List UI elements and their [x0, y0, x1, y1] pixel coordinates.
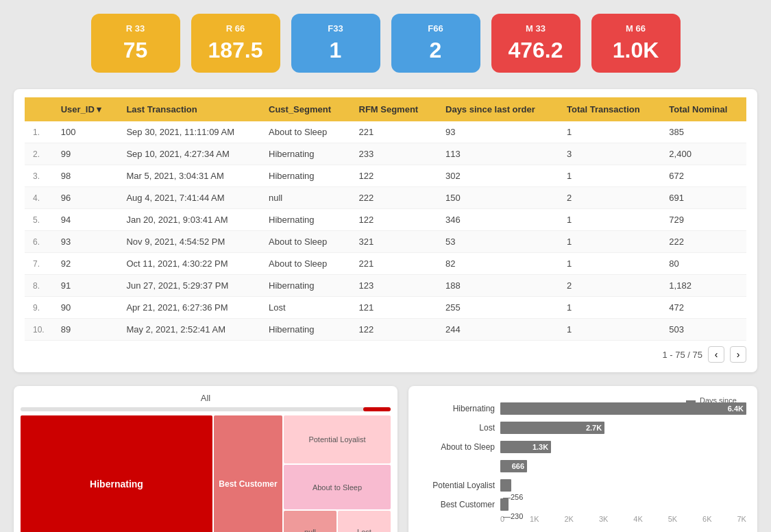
data-table-section: User_ID ▾ Last Transaction Cust_Segment … — [14, 89, 757, 372]
table-body: 1.100Sep 30, 2021, 11:11:09 AMAbout to S… — [25, 121, 746, 341]
table-row: 3.98Mar 5, 2021, 3:04:31 AMHibernating12… — [25, 165, 746, 187]
bar-label: Potential Loyalist — [419, 481, 495, 490]
table-row: 9.90Apr 21, 2021, 6:27:36 PMLost12125514… — [25, 297, 746, 319]
treemap-cell-about-to-sleep: About to Sleep — [284, 465, 391, 509]
metric-cards-section: R 33 75 R 66 187.5 F33 1 F66 2 M 33 476.… — [14, 14, 757, 73]
bar-label: Lost — [419, 423, 495, 433]
row-num: 1. — [25, 121, 53, 143]
bar-label: Best Customer — [419, 500, 495, 509]
table-row: 4.96Aug 4, 2021, 7:41:44 AMnull222150269… — [25, 187, 746, 209]
bar-fill: 1.3K — [500, 441, 551, 453]
treemap-far-section: Potential Loyalist About to Sleep null L… — [284, 415, 391, 532]
table-row: 8.91Jun 27, 2021, 5:29:37 PMHibernating1… — [25, 275, 746, 297]
treemap-visual: Hibernating Best Customer Potential Loya… — [21, 415, 391, 532]
row-num: 6. — [25, 231, 53, 253]
bar-track: 1.3K — [500, 441, 746, 453]
metric-m33-label: M 33 — [505, 23, 567, 34]
barchart-section: Days since last order Hibernating6.4KLos… — [408, 386, 757, 532]
treemap-cell-potential-loyalist: Potential Loyalist — [284, 415, 391, 463]
metric-r66: R 66 187.5 — [191, 14, 280, 73]
pagination: 1 - 75 / 75 ‹ › — [25, 341, 746, 364]
bar-track: —256 — [500, 479, 746, 492]
treemap-right-section: Best Customer Potential Loyalist About t… — [214, 415, 391, 532]
row-num: 9. — [25, 297, 53, 319]
treemap-cell-lost: Lost — [338, 511, 391, 532]
treemap-cell-null: null — [284, 511, 336, 532]
bar-fill: 6.4K — [500, 402, 746, 415]
metric-m33: M 33 476.2 — [491, 14, 580, 73]
treemap-cell-best-customer: Best Customer — [214, 415, 282, 532]
row-num: 8. — [25, 275, 53, 297]
bar-row: Lost2.7K — [419, 422, 746, 434]
col-total-nominal: Total Nominal — [661, 97, 746, 121]
row-num: 3. — [25, 165, 53, 187]
bar-track: 2.7K — [500, 422, 746, 434]
metric-f33-label: F33 — [305, 23, 367, 34]
metric-r66-value: 187.5 — [205, 38, 267, 63]
metric-m66: M 66 1.0K — [591, 14, 681, 73]
bar-label: About to Sleep — [419, 442, 495, 452]
next-page-button[interactable]: › — [730, 346, 746, 363]
bar-row: 666 — [419, 460, 746, 472]
treemap-scroll-thumb[interactable] — [363, 407, 391, 411]
metric-m33-value: 476.2 — [505, 38, 567, 63]
col-days-since: Days since last order — [437, 97, 559, 121]
bar-track: —230 — [500, 498, 746, 511]
table-row: 5.94Jan 20, 2021, 9:03:41 AMHibernating1… — [25, 209, 746, 231]
metric-r33: R 33 75 — [91, 14, 180, 73]
row-num: 10. — [25, 319, 53, 341]
bar-fill — [500, 479, 511, 492]
row-num: 4. — [25, 187, 53, 209]
metric-r66-label: R 66 — [205, 23, 267, 34]
metric-r33-label: R 33 — [105, 23, 167, 34]
treemap-title: All — [21, 393, 391, 403]
bar-row: Potential Loyalist—256 — [419, 479, 746, 492]
row-num: 5. — [25, 209, 53, 231]
prev-page-button[interactable]: ‹ — [708, 346, 724, 363]
treemap-section: All Hibernating Best Customer Potential … — [14, 386, 397, 532]
treemap-far-bot: null Lost — [284, 511, 391, 532]
table-row: 1.100Sep 30, 2021, 11:11:09 AMAbout to S… — [25, 121, 746, 143]
pagination-label: 1 - 75 / 75 — [662, 350, 702, 360]
metric-f66: F66 2 — [391, 14, 480, 73]
col-row-num — [25, 97, 53, 121]
bar-fill: 666 — [500, 460, 527, 472]
table-row: 10.89May 2, 2021, 2:52:41 AMHibernating1… — [25, 319, 746, 341]
col-total-transaction: Total Transaction — [559, 97, 661, 121]
bar-fill: 2.7K — [500, 422, 604, 434]
metric-m66-label: M 66 — [605, 23, 667, 34]
treemap-cell-hibernating: Hibernating — [21, 415, 212, 532]
metric-f33: F33 1 — [291, 14, 380, 73]
bottom-charts: All Hibernating Best Customer Potential … — [14, 386, 757, 532]
data-table: User_ID ▾ Last Transaction Cust_Segment … — [25, 97, 746, 341]
table-row: 6.93Nov 9, 2021, 4:54:52 PMAbout to Slee… — [25, 231, 746, 253]
row-num: 7. — [25, 253, 53, 275]
col-last-transaction: Last Transaction — [118, 97, 260, 121]
row-num: 2. — [25, 143, 53, 165]
col-cust-segment: Cust_Segment — [260, 97, 351, 121]
bar-row: Hibernating6.4K — [419, 402, 746, 415]
col-rfm-segment: RFM Segment — [351, 97, 438, 121]
bar-rows: Hibernating6.4KLost2.7KAbout to Sleep1.3… — [419, 402, 746, 511]
col-user-id[interactable]: User_ID ▾ — [53, 97, 119, 121]
metric-f33-value: 1 — [305, 38, 367, 63]
bar-row: Best Customer—230 — [419, 498, 746, 511]
metric-m66-value: 1.0K — [605, 38, 667, 63]
table-row: 7.92Oct 11, 2021, 4:30:22 PMAbout to Sle… — [25, 253, 746, 275]
treemap-scrollbar[interactable] — [21, 407, 391, 411]
bar-track: 6.4K — [500, 402, 746, 415]
metric-f66-label: F66 — [405, 23, 467, 34]
bar-fill — [500, 498, 509, 511]
bar-row: About to Sleep1.3K — [419, 441, 746, 453]
table-header-row: User_ID ▾ Last Transaction Cust_Segment … — [25, 97, 746, 121]
bar-track: 666 — [500, 460, 746, 472]
metric-r33-value: 75 — [105, 38, 167, 63]
bar-label: Hibernating — [419, 404, 495, 413]
metric-f66-value: 2 — [405, 38, 467, 63]
table-row: 2.99Sep 10, 2021, 4:27:34 AMHibernating2… — [25, 143, 746, 165]
